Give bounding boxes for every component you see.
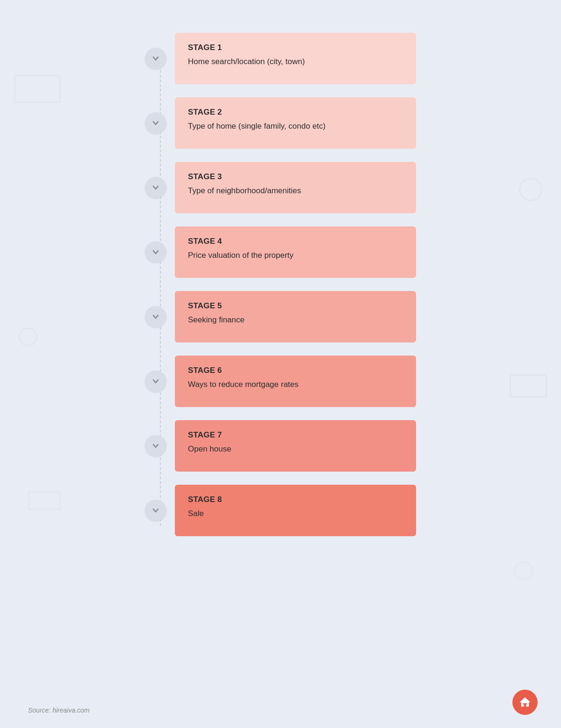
stage-card-6: STAGE 6Ways to reduce mortgage rates bbox=[175, 356, 416, 407]
stage-label-4: STAGE 4 bbox=[188, 237, 403, 246]
svg-point-2 bbox=[525, 702, 525, 703]
chevron-down-icon bbox=[152, 442, 159, 450]
hireaiva-icon-button[interactable] bbox=[512, 690, 538, 715]
stage-description-2: Type of home (single family, condo etc) bbox=[188, 122, 403, 131]
stage-card-5: STAGE 5Seeking finance bbox=[175, 291, 416, 342]
stage-label-5: STAGE 5 bbox=[188, 301, 403, 311]
chevron-down-icon bbox=[152, 119, 159, 127]
source-text: Source: hireaiva.com bbox=[28, 706, 90, 714]
stage-description-4: Price valuation of the property bbox=[188, 251, 403, 260]
stage-item-2: STAGE 2Type of home (single family, cond… bbox=[145, 97, 416, 149]
stage-circle-5[interactable] bbox=[145, 306, 166, 328]
svg-rect-0 bbox=[523, 703, 527, 704]
stage-item-7: STAGE 7Open house bbox=[145, 420, 416, 472]
stage-description-8: Sale bbox=[188, 509, 403, 518]
stage-item-6: STAGE 6Ways to reduce mortgage rates bbox=[145, 356, 416, 407]
stage-description-3: Type of neighborhood/amenities bbox=[188, 186, 403, 196]
stage-item-4: STAGE 4Price valuation of the property bbox=[145, 226, 416, 278]
svg-point-1 bbox=[523, 702, 524, 703]
home-chat-icon bbox=[518, 696, 532, 709]
page-container: STAGE 1Home search/location (city, town)… bbox=[0, 0, 561, 728]
timeline: STAGE 1Home search/location (city, town)… bbox=[145, 33, 416, 549]
stage-description-5: Seeking finance bbox=[188, 315, 403, 325]
chevron-down-icon bbox=[152, 248, 159, 256]
stage-description-7: Open house bbox=[188, 444, 403, 454]
stage-circle-7[interactable] bbox=[145, 435, 166, 457]
stage-card-2: STAGE 2Type of home (single family, cond… bbox=[175, 97, 416, 149]
stage-label-2: STAGE 2 bbox=[188, 108, 403, 117]
stage-circle-3[interactable] bbox=[145, 177, 166, 198]
stage-circle-1[interactable] bbox=[145, 48, 166, 69]
stage-description-1: Home search/location (city, town) bbox=[188, 57, 403, 66]
stage-label-7: STAGE 7 bbox=[188, 430, 403, 440]
stage-circle-2[interactable] bbox=[145, 112, 166, 134]
stage-circle-4[interactable] bbox=[145, 241, 166, 263]
stage-card-7: STAGE 7Open house bbox=[175, 420, 416, 472]
chevron-down-icon bbox=[152, 55, 159, 62]
stage-card-8: STAGE 8Sale bbox=[175, 485, 416, 536]
svg-point-3 bbox=[526, 702, 527, 703]
stage-circle-6[interactable] bbox=[145, 371, 166, 392]
chevron-down-icon bbox=[152, 313, 159, 320]
stage-card-4: STAGE 4Price valuation of the property bbox=[175, 226, 416, 278]
bg-decoration-1 bbox=[14, 75, 61, 103]
stage-circle-8[interactable] bbox=[145, 500, 166, 521]
stage-card-3: STAGE 3Type of neighborhood/amenities bbox=[175, 162, 416, 213]
stage-description-6: Ways to reduce mortgage rates bbox=[188, 380, 403, 389]
chevron-down-icon bbox=[152, 507, 159, 514]
stage-label-3: STAGE 3 bbox=[188, 172, 403, 182]
stage-item-1: STAGE 1Home search/location (city, town) bbox=[145, 33, 416, 84]
stage-item-8: STAGE 8Sale bbox=[145, 485, 416, 536]
chevron-down-icon bbox=[152, 378, 159, 385]
stage-card-1: STAGE 1Home search/location (city, town) bbox=[175, 33, 416, 84]
bg-decoration-3 bbox=[19, 328, 37, 346]
bg-decoration-5 bbox=[28, 491, 61, 510]
stage-label-1: STAGE 1 bbox=[188, 43, 403, 52]
stage-item-5: STAGE 5Seeking finance bbox=[145, 291, 416, 342]
bg-decoration-2 bbox=[519, 178, 542, 201]
stage-label-6: STAGE 6 bbox=[188, 366, 403, 375]
bg-decoration-4 bbox=[510, 374, 547, 398]
stage-label-8: STAGE 8 bbox=[188, 495, 403, 504]
chevron-down-icon bbox=[152, 184, 159, 191]
stage-item-3: STAGE 3Type of neighborhood/amenities bbox=[145, 162, 416, 213]
bg-decoration-6 bbox=[514, 561, 533, 580]
